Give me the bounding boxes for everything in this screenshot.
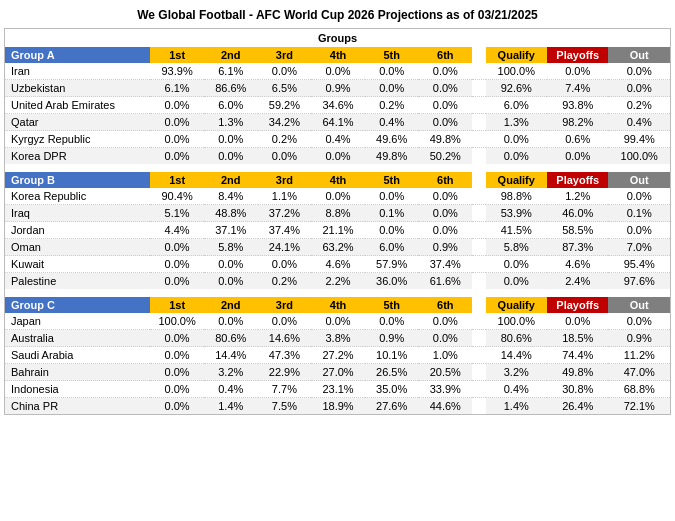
table-row: Korea DPR0.0%0.0%0.0%0.0%49.8%50.2%0.0%0… [5, 148, 670, 165]
col-header-groups: 2nd [204, 297, 258, 313]
table-row: Korea Republic90.4%8.4%1.1%0.0%0.0%0.0%9… [5, 188, 670, 205]
group-value: 10.1% [365, 347, 419, 364]
table-row: Uzbekistan6.1%86.6%6.5%0.9%0.0%0.0%92.6%… [5, 80, 670, 97]
col-header-groups: 2nd [204, 47, 258, 63]
qualify-value: 0.0% [608, 63, 670, 80]
group-value: 1.3% [204, 114, 258, 131]
col-header-groups: 6th [418, 297, 472, 313]
group-value: 0.9% [311, 80, 365, 97]
qualify-value: 92.6% [486, 80, 547, 97]
divider [472, 364, 485, 381]
table-row: Indonesia0.0%0.4%7.7%23.1%35.0%33.9%0.4%… [5, 381, 670, 398]
group-value: 0.4% [311, 131, 365, 148]
qualify-value: 5.8% [486, 239, 547, 256]
group-value: 0.0% [204, 256, 258, 273]
qualify-value: 1.3% [486, 114, 547, 131]
col-header-groups: 4th [311, 297, 365, 313]
qualify-value: 93.8% [547, 97, 608, 114]
qualify-value: 26.4% [547, 398, 608, 415]
group-value: 27.0% [311, 364, 365, 381]
qualify-value: 98.8% [486, 188, 547, 205]
group-value: 8.8% [311, 205, 365, 222]
group-label: Group B [5, 172, 150, 188]
team-name: Uzbekistan [5, 80, 150, 97]
divider [472, 47, 485, 63]
qualify-value: 7.4% [547, 80, 608, 97]
qualify-value: 0.0% [608, 80, 670, 97]
group-value: 36.0% [365, 273, 419, 290]
qualify-value: 0.0% [608, 313, 670, 330]
group-value: 37.2% [258, 205, 312, 222]
qualify-value: 0.0% [486, 131, 547, 148]
group-value: 0.0% [150, 381, 204, 398]
group-label: Group A [5, 47, 150, 63]
group-value: 5.1% [150, 205, 204, 222]
table-row: Kyrgyz Republic0.0%0.0%0.2%0.4%49.6%49.8… [5, 131, 670, 148]
qualify-value: 53.9% [486, 205, 547, 222]
qualify-value: 6.0% [486, 97, 547, 114]
group-value: 0.0% [258, 63, 312, 80]
group-value: 6.1% [204, 63, 258, 80]
table-row: Qatar0.0%1.3%34.2%64.1%0.4%0.0%1.3%98.2%… [5, 114, 670, 131]
group-value: 0.2% [365, 97, 419, 114]
groups-header: Groups [5, 29, 670, 47]
col-header-qualify: Playoffs [547, 47, 608, 63]
group-value: 0.0% [365, 80, 419, 97]
group-value: 0.0% [150, 148, 204, 165]
divider [472, 256, 485, 273]
group-value: 0.0% [418, 97, 472, 114]
divider [472, 205, 485, 222]
group-value: 50.2% [418, 148, 472, 165]
col-header-groups: 6th [418, 47, 472, 63]
team-name: Korea Republic [5, 188, 150, 205]
table-row: Saudi Arabia0.0%14.4%47.3%27.2%10.1%1.0%… [5, 347, 670, 364]
group-value: 22.9% [258, 364, 312, 381]
group-value: 26.5% [365, 364, 419, 381]
qualify-value: 0.4% [608, 114, 670, 131]
divider [472, 80, 485, 97]
team-name: Iran [5, 63, 150, 80]
group-value: 0.0% [418, 63, 472, 80]
qualify-value: 0.0% [608, 222, 670, 239]
qualify-value: 98.2% [547, 114, 608, 131]
group-value: 23.1% [311, 381, 365, 398]
divider [472, 222, 485, 239]
group-value: 0.0% [418, 313, 472, 330]
group-label: Group C [5, 297, 150, 313]
qualify-value: 4.6% [547, 256, 608, 273]
group-value: 86.6% [204, 80, 258, 97]
qualify-value: 74.4% [547, 347, 608, 364]
team-name: Iraq [5, 205, 150, 222]
divider [472, 347, 485, 364]
qualify-value: 11.2% [608, 347, 670, 364]
group-value: 0.0% [150, 97, 204, 114]
qualify-value: 0.0% [547, 313, 608, 330]
group-value: 100.0% [150, 313, 204, 330]
group-value: 18.9% [311, 398, 365, 415]
group-value: 2.2% [311, 273, 365, 290]
group-value: 20.5% [418, 364, 472, 381]
qualify-value: 49.8% [547, 364, 608, 381]
group-value: 0.4% [365, 114, 419, 131]
group-value: 90.4% [150, 188, 204, 205]
group-value: 8.4% [204, 188, 258, 205]
group-value: 0.0% [418, 330, 472, 347]
table-row: Australia0.0%80.6%14.6%3.8%0.9%0.0%80.6%… [5, 330, 670, 347]
group-value: 1.4% [204, 398, 258, 415]
group-value: 14.6% [258, 330, 312, 347]
divider [472, 297, 485, 313]
table-row: Iraq5.1%48.8%37.2%8.8%0.1%0.0%53.9%46.0%… [5, 205, 670, 222]
table-row: Jordan4.4%37.1%37.4%21.1%0.0%0.0%41.5%58… [5, 222, 670, 239]
col-header-groups: 4th [311, 47, 365, 63]
col-header-groups: 3rd [258, 297, 312, 313]
qualify-value: 68.8% [608, 381, 670, 398]
col-header-qualify: Qualify [486, 47, 547, 63]
divider [472, 97, 485, 114]
group-value: 3.8% [311, 330, 365, 347]
group-value: 0.0% [365, 188, 419, 205]
qualify-value: 0.1% [608, 205, 670, 222]
group-value: 0.0% [204, 273, 258, 290]
table-row: Bahrain0.0%3.2%22.9%27.0%26.5%20.5%3.2%4… [5, 364, 670, 381]
qualify-value: 0.0% [547, 63, 608, 80]
qualify-value: 41.5% [486, 222, 547, 239]
